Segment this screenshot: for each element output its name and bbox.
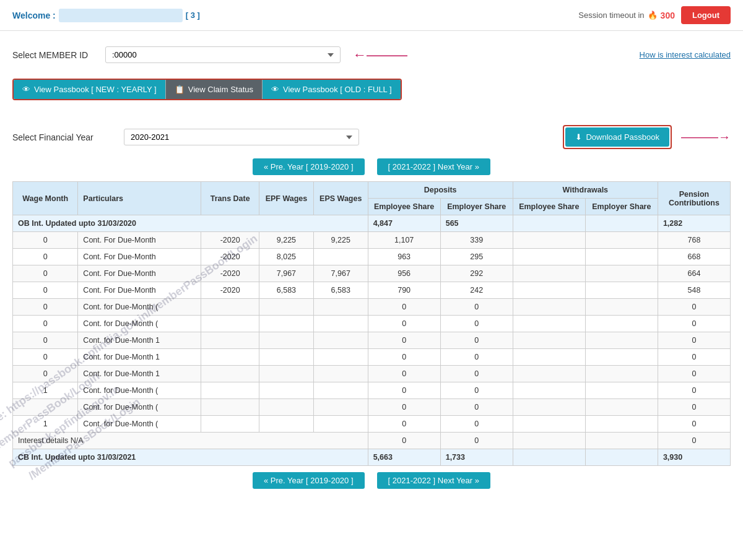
prev-year-button-bottom[interactable]: « Pre. Year [ 2019-2020 ]: [253, 472, 365, 489]
eye-icon-1: 👁: [22, 85, 30, 94]
er-4: 0: [440, 299, 513, 316]
emp-7: 0: [368, 349, 440, 366]
pen-10: 0: [658, 399, 730, 416]
fire-icon: 🔥: [648, 11, 658, 20]
download-arrow: ———→: [681, 130, 731, 144]
user-bracket: [ 3 ]: [186, 11, 200, 20]
part-11: Cont. for Due-Month (: [78, 416, 201, 433]
member-id-select[interactable]: :00000: [105, 46, 341, 63]
next-year-button-top[interactable]: [ 2021-2022 ] Next Year »: [377, 158, 490, 175]
table-row: 1 Cont. for Due-Month ( 0 0 0: [13, 416, 731, 433]
trans-4: [201, 299, 259, 316]
member-id-label: Select MEMBER ID: [12, 50, 93, 60]
ob-emp-share: 4,847: [368, 215, 440, 232]
next-year-button-bottom[interactable]: [ 2021-2022 ] Next Year »: [377, 472, 490, 489]
wage-6: 0: [13, 332, 78, 349]
wemp-2: [513, 265, 585, 282]
session-count: 300: [661, 11, 675, 20]
eps-0: 9,225: [313, 232, 368, 249]
th-wd-emp-share: Employee Share: [513, 199, 585, 215]
clipboard-icon: 📋: [175, 85, 185, 94]
part-6: Cont. for Due-Month 1: [78, 332, 201, 349]
th-withdrawals: Withdrawals: [513, 182, 658, 199]
prev-year-button-top[interactable]: « Pre. Year [ 2019-2020 ]: [253, 158, 365, 175]
trans-1: -2020: [201, 249, 259, 265]
pen-3: 548: [658, 282, 730, 299]
view-passbook-new-button[interactable]: 👁 View Passbook [ NEW : YEARLY ]: [14, 80, 166, 99]
table-row: 0 Cont. For Due-Month -2020 9,225 9,225 …: [13, 232, 731, 249]
th-epf-wages: EPF Wages: [259, 182, 314, 215]
pen-0: 768: [658, 232, 730, 249]
epf-1: 8,025: [259, 249, 314, 265]
wage-7: 0: [13, 349, 78, 366]
view-passbook-old-button[interactable]: 👁 View Passbook [ OLD : FULL ]: [263, 80, 401, 99]
interest-label: Interest details N/A: [13, 433, 368, 449]
th-eps-wages: EPS Wages: [313, 182, 368, 215]
interest-pension: 0: [658, 433, 730, 449]
cb-emp-share: 5,663: [368, 449, 440, 466]
fy-label: Select Financial Year: [12, 132, 111, 142]
wage-5: 0: [13, 316, 78, 332]
action-buttons-row: 👁 View Passbook [ NEW : YEARLY ] 📋 View …: [12, 79, 402, 100]
fy-row-right: ⬇ Download Passbook ———→: [372, 125, 731, 149]
cb-row: CB Int. Updated upto 31/03/2021 5,663 1,…: [13, 449, 731, 466]
download-passbook-button[interactable]: ⬇ Download Passbook: [565, 127, 669, 147]
wage-4: 0: [13, 299, 78, 316]
wage-10: [13, 399, 78, 416]
th-dep-er-share: Employer Share: [440, 199, 513, 215]
trans-3: -2020: [201, 282, 259, 299]
eps-3: 6,583: [313, 282, 368, 299]
passbook-table-wrapper: Source: https://passbook.epfindia.gov.in…: [12, 181, 731, 466]
financial-year-select[interactable]: 2020-2021: [124, 129, 359, 145]
emp-6: 0: [368, 332, 440, 349]
ob-label: OB Int. Updated upto 31/03/2020: [13, 215, 368, 232]
wemp-0: [513, 232, 585, 249]
wer-2: [585, 265, 658, 282]
pen-6: 0: [658, 332, 730, 349]
eps-4: [313, 299, 368, 316]
cb-er-share: 1,733: [440, 449, 513, 466]
er-1: 295: [440, 249, 513, 265]
wer-3: [585, 282, 658, 299]
interest-link[interactable]: How is interest calculated: [640, 50, 731, 59]
pen-7: 0: [658, 349, 730, 366]
table-row: Cont. for Due-Month ( 0 0 0: [13, 399, 731, 416]
member-row-left: Select MEMBER ID :00000 ←———: [12, 46, 407, 63]
emp-1: 963: [368, 249, 440, 265]
th-pension: Pension Contributions: [658, 182, 730, 215]
wage-11: 1: [13, 416, 78, 433]
er-8: 0: [440, 366, 513, 382]
table-row: 0 Cont. For Due-Month -2020 8,025 963 29…: [13, 249, 731, 265]
wemp-4: [513, 299, 585, 316]
er-5: 0: [440, 316, 513, 332]
epf-4: [259, 299, 314, 316]
part-8: Cont. for Due-Month 1: [78, 366, 201, 382]
table-row: 0 Cont. for Due-Month 1 0 0 0: [13, 366, 731, 382]
wer-0: [585, 232, 658, 249]
table-row: 0 Cont. for Due-Month 1 0 0 0: [13, 332, 731, 349]
pen-4: 0: [658, 299, 730, 316]
er-7: 0: [440, 349, 513, 366]
th-dep-emp-share: Employee Share: [368, 199, 440, 215]
th-deposits: Deposits: [368, 182, 513, 199]
nav-row-bottom: « Pre. Year [ 2019-2020 ] [ 2021-2022 ] …: [12, 472, 731, 489]
th-wage-month: Wage Month: [13, 182, 78, 215]
view-claim-status-button[interactable]: 📋 View Claim Status: [166, 80, 263, 99]
th-trans-date: Trans Date: [201, 182, 259, 215]
emp-9: 0: [368, 382, 440, 399]
eps-1: [313, 249, 368, 265]
epf-3: 6,583: [259, 282, 314, 299]
interest-er: 0: [440, 433, 513, 449]
er-6: 0: [440, 332, 513, 349]
emp-0: 1,107: [368, 232, 440, 249]
part-3: Cont. For Due-Month: [78, 282, 201, 299]
welcome-label: Welcome :: [12, 11, 56, 20]
logout-button[interactable]: Logout: [681, 6, 731, 24]
table-row: 0 Cont. For Due-Month -2020 7,967 7,967 …: [13, 265, 731, 282]
wage-0: 0: [13, 232, 78, 249]
pen-1: 668: [658, 249, 730, 265]
ob-pension: 1,282: [658, 215, 730, 232]
trans-2: -2020: [201, 265, 259, 282]
download-icon: ⬇: [575, 132, 582, 142]
wemp-3: [513, 282, 585, 299]
